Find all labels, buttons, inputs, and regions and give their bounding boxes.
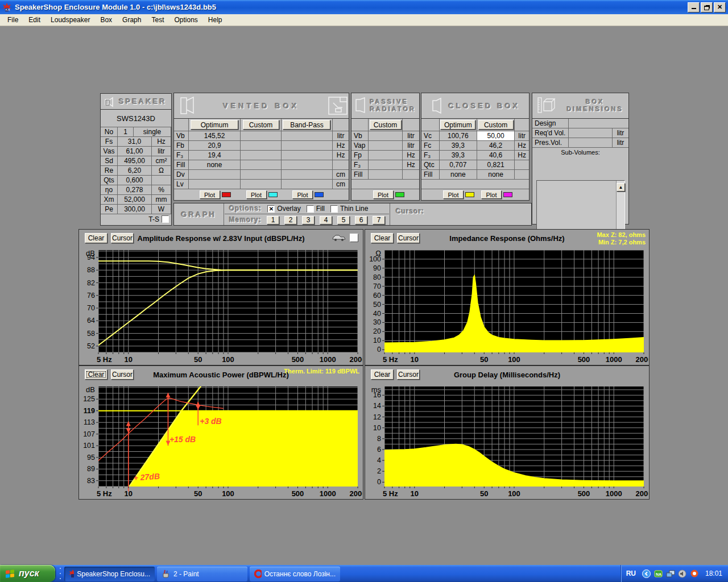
row-optimum: 39,3 [440, 141, 477, 151]
speaker-mode[interactable]: single [134, 127, 171, 137]
antivirus-na-icon[interactable]: NA [654, 569, 663, 578]
row-unit: Hz [403, 151, 419, 160]
menu-options[interactable]: Options [169, 15, 202, 25]
collapse-chevron-icon[interactable] [642, 569, 651, 578]
svg-text:50: 50 [480, 489, 488, 498]
clear-button[interactable]: Clear [371, 369, 394, 380]
memory-button-4[interactable]: 4 [320, 216, 332, 225]
memory-button-2[interactable]: 2 [284, 216, 297, 225]
svg-text:dB: dB [86, 385, 95, 394]
row-optimum: 39,3 [440, 151, 477, 160]
ts-checkbox[interactable] [162, 215, 169, 223]
memory-button-6[interactable]: 6 [355, 216, 367, 225]
impedance-response-plot[interactable]: Ω01020304050607080901005 Hz1050100500100… [365, 248, 648, 365]
clear-button[interactable]: Clear [85, 369, 107, 380]
menu-loudspeaker[interactable]: Loudspeaker [46, 15, 95, 25]
menu-file[interactable]: File [2, 15, 23, 25]
minimize-button[interactable] [688, 2, 700, 13]
task-opera-page[interactable]: Останнє слово Лозін... [250, 567, 340, 581]
volume-icon[interactable] [678, 569, 687, 578]
clear-button[interactable]: Clear [371, 233, 394, 243]
row-optimum: none [440, 170, 477, 180]
row-label: F₃ [421, 151, 440, 160]
options-label: Options: [229, 205, 262, 213]
cursor-button[interactable]: Cursor [397, 233, 420, 243]
amplitude-response-plot[interactable]: dB52586470768288945 Hz105010050010002000 [79, 248, 362, 365]
closed-optimum-button[interactable]: Optimum [440, 120, 475, 130]
fill-checkbox[interactable] [307, 205, 314, 213]
vented-custom-button[interactable]: Custom [243, 120, 279, 130]
close-button[interactable]: ✕ [714, 2, 726, 13]
row-optimum: 0,707 [440, 160, 477, 170]
menu-test[interactable]: Test [146, 15, 169, 25]
memory-button-1[interactable]: 1 [267, 216, 279, 225]
cursor-button[interactable]: Cursor [111, 233, 134, 243]
menu-box[interactable]: Box [95, 15, 117, 25]
thinline-checkbox[interactable] [330, 205, 338, 213]
clear-button[interactable]: Clear [85, 233, 107, 243]
memory-button-3[interactable]: 3 [302, 216, 315, 225]
svg-text:100: 100 [222, 489, 234, 498]
svg-text:12: 12 [373, 413, 381, 421]
svg-text:14: 14 [373, 402, 381, 410]
closed-custom-vc-input[interactable]: 50,00 [477, 131, 515, 141]
opera-icon[interactable] [690, 569, 699, 578]
sub-volumes-label: Sub-Volumes: [532, 148, 628, 156]
task-speakershop[interactable]: SpeakerShop Enclosu... [64, 567, 155, 581]
reqd-vol-value[interactable] [569, 128, 613, 138]
speaker-no-value[interactable]: 1 [118, 127, 134, 137]
start-button[interactable]: пуск [0, 565, 55, 582]
vented-bandpass-button[interactable]: Band-Pass [283, 120, 330, 130]
row-label: F₃ [174, 151, 189, 160]
plot-passive-button[interactable]: Plot [373, 190, 394, 199]
task-paint[interactable]: 2 - Paint [157, 567, 247, 581]
svg-text:KX: KX [6, 8, 10, 11]
restore-button[interactable] [701, 2, 713, 13]
pres-vol-value[interactable] [569, 138, 613, 148]
svg-text:1000: 1000 [320, 355, 336, 364]
design-label[interactable]: Design [532, 119, 569, 128]
clock[interactable]: 18:01 [705, 569, 722, 577]
language-indicator[interactable]: RU [626, 569, 639, 577]
menu-graph[interactable]: Graph [117, 15, 146, 25]
memory-button-7[interactable]: 7 [373, 216, 385, 225]
plot-optimum-button[interactable]: Plot [200, 190, 220, 199]
row-label: Vc [421, 131, 440, 141]
svg-text:100: 100 [369, 255, 381, 263]
scroll-up-icon[interactable]: ▲ [617, 183, 625, 192]
menu-edit[interactable]: Edit [23, 15, 46, 25]
vented-optimum-button[interactable]: Optimum [191, 120, 238, 130]
row-label: Fp [351, 151, 369, 160]
quick-launch-divider[interactable] [57, 566, 63, 581]
passive-custom-button[interactable]: Custom [370, 120, 402, 130]
row-unit [515, 170, 529, 180]
row-bandpass [282, 151, 333, 160]
row-unit: cm [333, 180, 349, 189]
row-label: Dv [174, 170, 189, 180]
group-delay-plot[interactable]: ms02468101214165 Hz105010050010002000 [365, 384, 648, 499]
menu-help[interactable]: Help [203, 15, 228, 25]
svg-text:119: 119 [84, 407, 95, 415]
plot-bandpass-button[interactable]: Plot [292, 190, 313, 199]
plot-custom-button[interactable]: Plot [246, 190, 267, 199]
plot-closed-custom-button[interactable]: Plot [481, 190, 502, 199]
row-value [369, 160, 403, 170]
row-custom [241, 170, 282, 180]
param-label: Pe [101, 205, 118, 214]
closed-custom-button[interactable]: Custom [478, 120, 514, 130]
title-bar[interactable]: KX SpeakerShop Enclosure Module 1.0 - c:… [0, 0, 728, 14]
cursor-button[interactable]: Cursor [397, 369, 420, 380]
row-unit [403, 170, 419, 180]
chart-option-checkbox[interactable] [350, 234, 358, 242]
row-value [369, 151, 403, 160]
cursor-button[interactable]: Cursor [111, 369, 134, 380]
overlay-checkbox[interactable] [267, 205, 275, 213]
memory-button-5[interactable]: 5 [337, 216, 350, 225]
closed-box-title: CLOSED BOX [449, 102, 520, 110]
max-acoustic-power-plot[interactable]: + 27dB+15 dB+3 dBdB838995101107113119125… [79, 384, 362, 499]
plot-closed-optimum-button[interactable]: Plot [443, 190, 464, 199]
svg-text:40: 40 [373, 310, 381, 318]
network-icon[interactable] [666, 569, 675, 578]
speaker-panel: SPEAKER SWS1243D No 1 single Fs31,0Hz Va… [100, 93, 172, 226]
svg-text:2000: 2000 [636, 355, 648, 364]
